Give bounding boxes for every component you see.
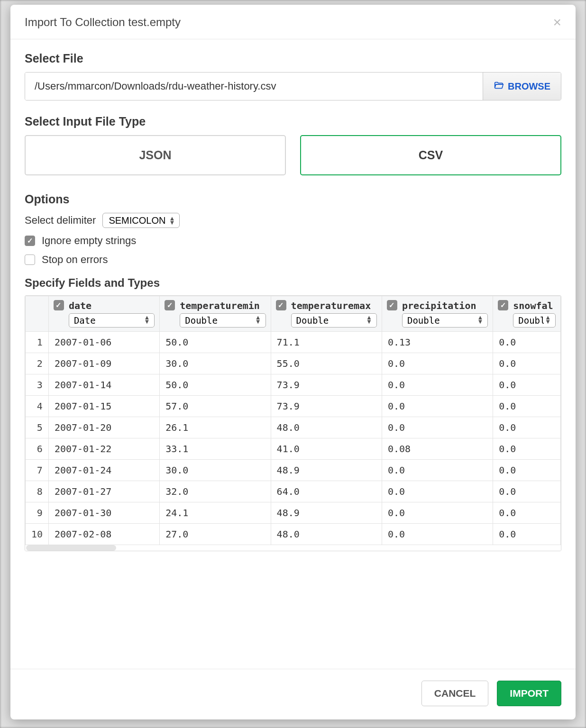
folder-open-icon [494,80,504,93]
ignore-empty-row: Ignore empty strings [25,235,561,247]
column-name: date [69,300,155,311]
table-cell: 57.0 [160,396,271,417]
table-cell: 30.0 [160,460,271,481]
table-cell: 73.9 [271,396,382,417]
table-cell: 32.0 [160,481,271,502]
table-cell: 0.0 [382,396,493,417]
table-row: 82007-01-2732.064.00.00.0 [26,481,561,502]
column-checkbox[interactable] [387,300,397,310]
filetype-toggle: JSON CSV [25,135,561,175]
column-name: precipitation [402,300,488,311]
select-file-label: Select File [25,52,561,65]
column-checkbox[interactable] [54,300,64,310]
table-cell: 0.0 [382,481,493,502]
browse-button-label: BROWSE [508,81,550,92]
column-type-select[interactable]: Doubl [513,313,556,328]
import-modal: Import To Collection test.empty × Select… [10,5,576,719]
table-cell: 2007-01-30 [48,502,159,524]
row-number: 6 [26,438,49,460]
table-cell: 48.0 [271,417,382,438]
table-cell: 24.1 [160,502,271,524]
table-cell: 2007-01-15 [48,396,159,417]
delimiter-row: Select delimiter SEMICOLON ▲▼ [25,213,561,228]
table-cell: 33.1 [160,438,271,460]
column-checkbox[interactable] [498,300,508,310]
row-number: 9 [26,502,49,524]
file-path-input[interactable] [25,73,483,100]
table-cell: 0.0 [493,524,561,545]
table-cell: 0.0 [493,502,561,524]
column-type-select[interactable]: Double [291,313,377,328]
ignore-empty-label: Ignore empty strings [42,235,136,247]
table-row: 42007-01-1557.073.90.00.0 [26,396,561,417]
table-row: 22007-01-0930.055.00.00.0 [26,353,561,374]
table-cell: 73.9 [271,374,382,396]
ignore-empty-checkbox[interactable] [25,236,35,246]
row-number: 5 [26,417,49,438]
stop-on-errors-label: Stop on errors [42,254,108,266]
table-cell: 41.0 [271,438,382,460]
browse-button[interactable]: BROWSE [483,73,561,100]
table-cell: 2007-01-24 [48,460,159,481]
row-number: 2 [26,353,49,374]
filetype-csv-button[interactable]: CSV [300,135,561,175]
table-cell: 55.0 [271,353,382,374]
close-button[interactable]: × [553,15,561,29]
select-filetype-label: Select Input File Type [25,115,561,128]
table-cell: 2007-02-08 [48,524,159,545]
table-cell: 0.0 [493,438,561,460]
specify-fields-label: Specify Fields and Types [25,276,561,290]
table-cell: 0.0 [493,396,561,417]
table-row: 92007-01-3024.148.90.00.0 [26,502,561,524]
table-cell: 2007-01-06 [48,332,159,353]
table-cell: 48.9 [271,460,382,481]
table-cell: 26.1 [160,417,271,438]
row-number: 4 [26,396,49,417]
table-cell: 2007-01-14 [48,374,159,396]
row-number: 8 [26,481,49,502]
stop-on-errors-checkbox[interactable] [25,255,35,265]
horizontal-scrollbar[interactable] [25,545,561,551]
row-number: 1 [26,332,49,353]
column-type-select[interactable]: Double [402,313,488,328]
table-cell: 0.0 [493,417,561,438]
import-button[interactable]: IMPORT [497,681,561,706]
table-cell: 48.0 [271,524,382,545]
table-row: 72007-01-2430.048.90.00.0 [26,460,561,481]
table-cell: 2007-01-27 [48,481,159,502]
table-cell: 71.1 [271,332,382,353]
table-cell: 0.0 [382,460,493,481]
table-cell: 2007-01-09 [48,353,159,374]
column-type-select[interactable]: Double [180,313,266,328]
fields-table: dateDate▲▼temperatureminDouble▲▼temperat… [25,295,561,551]
table-cell: 0.0 [493,353,561,374]
column-name: temperaturemin [180,300,266,311]
table-cell: 0.0 [382,417,493,438]
table-cell: 0.13 [382,332,493,353]
filetype-json-button[interactable]: JSON [25,135,286,175]
table-cell: 2007-01-22 [48,438,159,460]
options-label: Options [25,192,561,206]
table-cell: 0.0 [493,460,561,481]
column-checkbox[interactable] [165,300,175,310]
column-type-select[interactable]: Date [69,313,155,328]
column-name: snowfal [513,300,556,311]
delimiter-select[interactable]: SEMICOLON [102,213,180,228]
column-name: temperaturemax [291,300,377,311]
modal-title: Import To Collection test.empty [25,16,181,29]
table-row: 32007-01-1450.073.90.00.0 [26,374,561,396]
table-row: 12007-01-0650.071.10.130.0 [26,332,561,353]
cancel-button[interactable]: CANCEL [421,681,489,706]
file-input-row: BROWSE [25,72,561,100]
row-number: 7 [26,460,49,481]
modal-footer: CANCEL IMPORT [10,669,576,719]
table-cell: 64.0 [271,481,382,502]
table-row: 62007-01-2233.141.00.080.0 [26,438,561,460]
row-number: 3 [26,374,49,396]
modal-header: Import To Collection test.empty × [10,5,576,39]
table-cell: 0.0 [382,353,493,374]
column-checkbox[interactable] [276,300,286,310]
table-cell: 30.0 [160,353,271,374]
table-cell: 2007-01-20 [48,417,159,438]
table-row: 102007-02-0827.048.00.00.0 [26,524,561,545]
